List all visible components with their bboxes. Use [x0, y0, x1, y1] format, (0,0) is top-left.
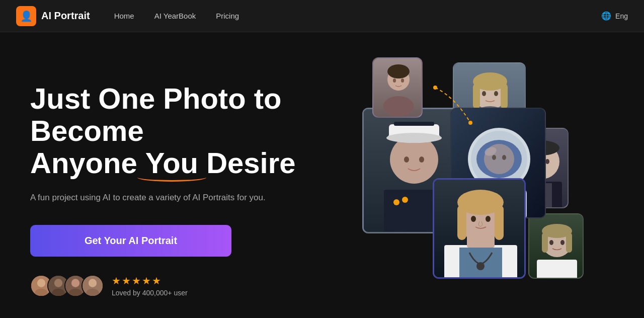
star-5: ★: [152, 275, 161, 287]
svg-point-79: [549, 240, 553, 245]
nav-links: Home AI YearBook Pricing: [114, 10, 601, 22]
svg-point-47: [476, 262, 485, 270]
nav-right[interactable]: 🌐 Eng: [601, 11, 628, 21]
nav-pricing[interactable]: Pricing: [216, 10, 239, 22]
svg-rect-74: [537, 260, 577, 279]
svg-point-28: [386, 133, 442, 143]
hero-right: [351, 72, 614, 298]
svg-point-54: [486, 216, 491, 222]
hero-title: Just One Photo to Become Anyone You Desi…: [30, 83, 351, 179]
photo-card-main: [433, 178, 526, 279]
svg-rect-52: [495, 205, 504, 240]
svg-point-18: [387, 64, 410, 78]
svg-point-29: [404, 156, 409, 163]
svg-point-10: [89, 279, 97, 287]
svg-point-80: [560, 240, 565, 245]
svg-point-39: [484, 144, 514, 174]
proof-text: ★ ★ ★ ★ ★ Loved by 400,000+ user: [112, 275, 188, 297]
globe-icon: 🌐: [601, 11, 611, 21]
star-1: ★: [112, 275, 121, 287]
svg-point-40: [492, 155, 496, 160]
nav-home[interactable]: Home: [114, 10, 134, 22]
svg-point-63: [494, 91, 498, 96]
svg-point-20: [401, 78, 404, 83]
photo-card-1: [372, 57, 423, 118]
svg-point-53: [471, 216, 476, 222]
svg-point-17: [383, 96, 414, 116]
svg-rect-27: [394, 122, 434, 126]
hero-title-line1: Just One Photo to Become: [30, 83, 351, 147]
photo-grid: [332, 57, 624, 318]
svg-point-7: [71, 279, 79, 287]
svg-point-71: [545, 159, 549, 164]
hero-left: Just One Photo to Become Anyone You Desi…: [30, 72, 351, 297]
svg-point-1: [37, 279, 45, 287]
svg-point-4: [54, 279, 62, 287]
svg-point-31: [393, 199, 399, 205]
svg-rect-61: [501, 84, 508, 109]
svg-point-12: [433, 86, 437, 90]
navbar: 👤 AI Portrait Home AI YearBook Pricing 🌐…: [0, 0, 644, 32]
svg-point-41: [502, 155, 506, 160]
star-4: ★: [142, 275, 151, 287]
avatar-4: [82, 275, 104, 297]
logo-text: AI Portrait: [41, 10, 90, 22]
nav-yearbook[interactable]: AI YearBook: [154, 10, 196, 22]
svg-rect-77: [542, 232, 548, 253]
photo-card-6: [528, 213, 584, 279]
logo-icon: 👤: [16, 6, 36, 26]
star-3: ★: [132, 275, 141, 287]
hero-subtitle: A fun project using AI to create a varie…: [30, 191, 282, 204]
lang-label: Eng: [615, 12, 628, 20]
svg-rect-78: [566, 232, 572, 253]
cta-button[interactable]: Get Your AI Portrait: [30, 225, 231, 257]
hero-section: Just One Photo to Become Anyone You Desi…: [0, 32, 644, 318]
svg-point-19: [393, 78, 396, 83]
hero-title-line2: Anyone You Desire: [30, 147, 351, 179]
proof-label: Loved by 400,000+ user: [112, 289, 188, 297]
logo-area[interactable]: 👤 AI Portrait: [16, 6, 90, 26]
avatars: [30, 275, 104, 297]
underlined-word: You: [145, 147, 198, 179]
svg-rect-51: [457, 205, 466, 240]
star-rating: ★ ★ ★ ★ ★: [112, 275, 188, 287]
social-proof: ★ ★ ★ ★ ★ Loved by 400,000+ user: [30, 275, 351, 297]
svg-point-30: [419, 156, 424, 163]
svg-point-62: [482, 91, 486, 96]
svg-rect-60: [473, 84, 480, 109]
star-2: ★: [122, 275, 131, 287]
svg-point-32: [402, 197, 408, 203]
